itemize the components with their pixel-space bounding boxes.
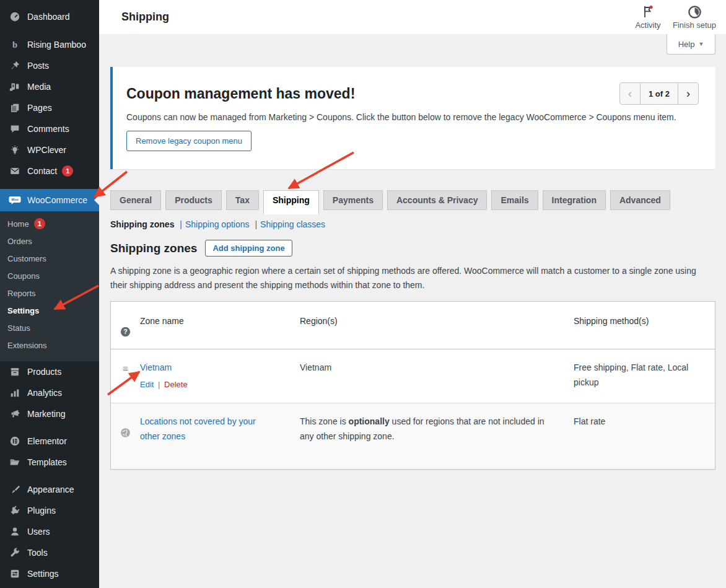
sidebar-item-contact[interactable]: Contact 1	[0, 160, 99, 182]
sidebar-item-products[interactable]: Products	[0, 361, 99, 382]
sidebar-item-wpclever[interactable]: WPClever	[0, 139, 99, 160]
submenu-item-extensions[interactable]: Extensions	[0, 336, 99, 354]
zone-name-link[interactable]: Locations not covered by your other zone…	[140, 414, 273, 444]
subnav-shipping-options[interactable]: Shipping options	[185, 219, 250, 229]
sidebar-item-label: WPClever	[27, 145, 66, 155]
submenu-item-reports[interactable]: Reports	[0, 284, 99, 302]
sidebar-item-media[interactable]: Media	[0, 76, 99, 97]
svg-text:b: b	[12, 40, 17, 50]
sidebar-item-label: Elementor	[27, 436, 67, 446]
remove-legacy-coupon-button[interactable]: Remove legacy coupon menu	[126, 131, 251, 151]
drag-handle-icon[interactable]: ≡	[123, 364, 128, 373]
tab-products[interactable]: Products	[165, 190, 222, 210]
row-actions: Edit | Delete	[140, 377, 294, 392]
column-header-zone-name: Zone name	[140, 302, 300, 340]
finish-setup-button[interactable]: Finish setup	[670, 4, 719, 30]
sidebar-item-rising-bamboo[interactable]: b Rising Bamboo	[0, 34, 99, 55]
sidebar-item-label: Media	[27, 82, 51, 92]
sliders-icon	[9, 568, 21, 580]
sidebar-item-label: Appearance	[27, 485, 74, 494]
zones-description: A shipping zone is a geographic region w…	[110, 264, 704, 292]
zone-regions: Vietnam	[300, 349, 574, 385]
submenu-item-settings[interactable]: Settings	[0, 302, 99, 319]
zone-name-link[interactable]: Vietnam	[140, 360, 172, 375]
sidebar-item-templates[interactable]: Templates	[0, 452, 99, 473]
submenu-item-label: Customers	[7, 254, 46, 263]
pages-icon	[9, 102, 21, 114]
setup-progress-icon	[688, 5, 702, 19]
menu-separator	[0, 182, 99, 189]
column-header-regions: Region(s)	[300, 302, 574, 340]
tab-tax[interactable]: Tax	[226, 190, 259, 210]
submenu-item-customers[interactable]: Customers	[0, 250, 99, 267]
sidebar-item-label: Tools	[27, 548, 48, 558]
table-row-vietnam: ≡ Vietnam Edit | Delete Vietnam Free shi…	[111, 349, 715, 403]
tab-emails[interactable]: Emails	[491, 190, 538, 210]
tab-integration[interactable]: Integration	[543, 190, 606, 210]
finish-setup-label: Finish setup	[670, 20, 719, 30]
sidebar-item-label: Settings	[27, 569, 59, 579]
bar-chart-icon	[9, 387, 21, 399]
sidebar-item-settings[interactable]: Settings	[0, 563, 99, 584]
sidebar-item-label: Users	[27, 527, 50, 537]
submenu-item-orders[interactable]: Orders	[0, 232, 99, 250]
sidebar-item-posts[interactable]: Posts	[0, 55, 99, 76]
menu-separator	[0, 424, 99, 431]
sidebar-item-analytics[interactable]: Analytics	[0, 382, 99, 403]
subnav-shipping-zones[interactable]: Shipping zones	[110, 219, 174, 229]
sidebar-item-comments[interactable]: Comments	[0, 118, 99, 139]
help-dropdown[interactable]: Help ▼	[667, 34, 715, 55]
sidebar-item-marketing[interactable]: Marketing	[0, 403, 99, 424]
sidebar-item-tools[interactable]: Tools	[0, 542, 99, 563]
sidebar-item-label: Marketing	[27, 409, 65, 419]
admin-sidebar: Dashboard b Rising Bamboo Posts Media Pa…	[0, 0, 99, 588]
tab-general[interactable]: General	[110, 190, 161, 210]
edit-zone-link[interactable]: Edit	[140, 380, 154, 389]
settings-tabs: General Products Tax Shipping Payments A…	[110, 190, 715, 210]
menu-separator	[0, 27, 99, 34]
submenu-item-status[interactable]: Status	[0, 319, 99, 336]
woocommerce-icon: Woo	[9, 194, 21, 206]
sidebar-item-appearance[interactable]: Appearance	[0, 479, 99, 500]
sidebar-item-elementor[interactable]: Elementor	[0, 431, 99, 452]
wrench-icon	[9, 546, 21, 559]
folder-icon	[9, 456, 21, 468]
sidebar-item-plugins[interactable]: Plugins	[0, 500, 99, 521]
zone-methods: Flat rate	[574, 403, 715, 439]
table-row-rest-of-world: Locations not covered by your other zone…	[111, 403, 715, 469]
submenu-item-home[interactable]: Home 1	[0, 215, 99, 232]
sidebar-item-label: Products	[27, 367, 61, 377]
tab-shipping[interactable]: Shipping	[263, 190, 319, 214]
sidebar-item-label: Rising Bamboo	[27, 40, 86, 50]
sidebar-item-dashboard[interactable]: Dashboard	[0, 6, 99, 27]
tab-payments[interactable]: Payments	[323, 190, 383, 210]
help-tip-icon[interactable]: ?	[120, 327, 131, 337]
subnav-separator: |	[255, 219, 257, 229]
column-header-shipping-methods: Shipping method(s)	[574, 302, 715, 340]
tab-accounts-privacy[interactable]: Accounts & Privacy	[387, 190, 488, 210]
coupon-moved-notice: Coupon management has moved! Coupons can…	[110, 67, 715, 169]
sidebar-item-pages[interactable]: Pages	[0, 97, 99, 118]
submenu-item-coupons[interactable]: Coupons	[0, 267, 99, 284]
topbar: Shipping Activity Finish setup	[99, 0, 726, 34]
sidebar-item-woocommerce[interactable]: Woo WooCommerce	[0, 189, 99, 211]
pagination-prev-button[interactable]: ‹	[620, 83, 640, 104]
subnav-shipping-classes[interactable]: Shipping classes	[260, 219, 325, 229]
elementor-icon	[9, 435, 21, 447]
activity-button[interactable]: Activity	[629, 4, 667, 30]
menu-separator	[0, 473, 99, 479]
pagination-next-button[interactable]: ›	[678, 83, 698, 104]
content: Coupon management has moved! Coupons can…	[99, 67, 726, 470]
lightbulb-icon	[9, 144, 21, 156]
sidebar-item-users[interactable]: Users	[0, 521, 99, 542]
tab-advanced[interactable]: Advanced	[610, 190, 670, 210]
add-shipping-zone-button[interactable]: Add shipping zone	[205, 240, 292, 257]
delete-zone-link[interactable]: Delete	[164, 380, 188, 389]
page-title: Shipping	[121, 11, 169, 24]
shipping-subnav: Shipping zones |Shipping options |Shippi…	[110, 219, 715, 229]
zone-methods: Free shipping, Flat rate, Local pickup	[574, 349, 715, 400]
main-area: Shipping Activity Finish setup Help	[99, 0, 726, 588]
contact-count-badge: 1	[62, 165, 73, 177]
table-header-row: ? Zone name Region(s) Shipping method(s)	[111, 302, 715, 349]
dashboard-icon	[9, 11, 21, 23]
